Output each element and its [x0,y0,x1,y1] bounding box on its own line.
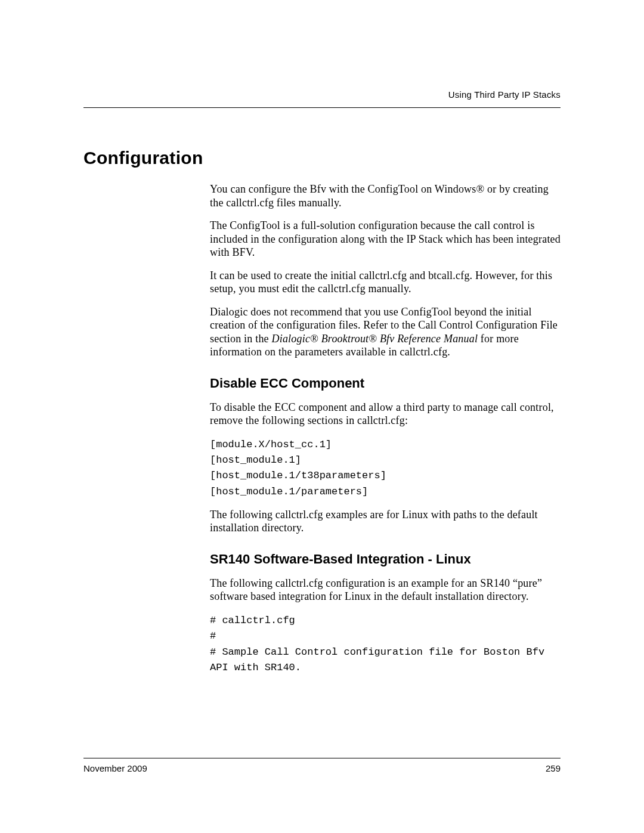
paragraph: The ConfigTool is a full-solution config… [210,219,561,259]
section-title: Configuration [83,148,561,168]
header-rule [83,107,561,108]
paragraph: The following callctrl.cfg examples are … [210,508,561,535]
paragraph: It can be used to create the initial cal… [210,269,561,296]
subsection-title-disable-ecc: Disable ECC Component [210,376,561,391]
page: Using Third Party IP Stacks Configuratio… [0,0,644,833]
subsection-title-sr140-linux: SR140 Software-Based Integration - Linux [210,552,561,567]
sr140-linux-block: The following callctrl.cfg configuration… [210,577,561,676]
code-block: [module.X/host_cc.1] [host_module.1] [ho… [210,437,561,500]
running-head: Using Third Party IP Stacks [448,89,561,100]
content-area: Configuration You can configure the Bfv … [83,143,561,684]
paragraph: The following callctrl.cfg configuration… [210,577,561,603]
intro-block: You can configure the Bfv with the Confi… [210,182,561,359]
code-block: # callctrl.cfg # # Sample Call Control c… [210,613,561,676]
paragraph: You can configure the Bfv with the Confi… [210,182,561,209]
footer-date: November 2009 [83,763,147,773]
paragraph: Dialogic does not recommend that you use… [210,305,561,359]
page-footer: November 2009 259 [83,758,561,773]
disable-ecc-block: To disable the ECC component and allow a… [210,401,561,535]
paragraph: To disable the ECC component and allow a… [210,401,561,428]
manual-title: Dialogic® Brooktrout® Bfv Reference Manu… [271,333,478,345]
footer-page-number: 259 [546,763,561,773]
